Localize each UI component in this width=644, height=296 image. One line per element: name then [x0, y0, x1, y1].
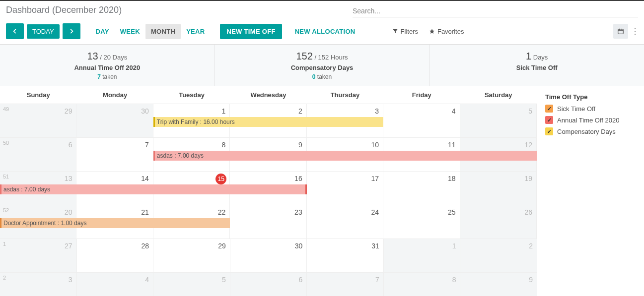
day-number: 4: [145, 276, 149, 284]
calendar-cell[interactable]: 29: [153, 239, 230, 272]
calendar-cell[interactable]: 9: [460, 273, 537, 296]
calendar-cell[interactable]: 28: [77, 239, 154, 272]
week-number: 51: [3, 174, 9, 179]
day-of-week-header: Sunday: [0, 86, 76, 104]
next-button[interactable]: [63, 23, 80, 39]
calendar: SundayMondayTuesdayWednesdayThursdayFrid…: [0, 86, 537, 296]
calendar-cell[interactable]: 29: [0, 104, 76, 137]
day-number: 16: [294, 175, 302, 182]
week-number: 50: [3, 140, 9, 146]
arrow-left-icon: [11, 28, 18, 35]
event-color-bar: [0, 218, 1, 228]
calendar-cell[interactable]: 19: [460, 172, 537, 205]
calendar-cell[interactable]: 30: [230, 239, 307, 272]
calendar-cell[interactable]: 8: [384, 273, 461, 296]
calendar-cell[interactable]: 18: [383, 172, 460, 205]
calendar-cell[interactable]: 6: [0, 138, 76, 171]
summary-annual[interactable]: 13 / 20 Days Annual Time Off 2020 7 take…: [0, 45, 215, 86]
day-of-week-header: Wednesday: [230, 86, 306, 104]
calendar-cell[interactable]: 26: [460, 205, 537, 238]
search-wrapper: [353, 5, 638, 17]
day-number: 23: [294, 208, 302, 216]
calendar-event[interactable]: asdas : 7.00 days: [153, 151, 537, 161]
calendar-cell[interactable]: 27: [0, 239, 77, 272]
legend-label: Sick Time Off: [557, 105, 595, 113]
day-number: 7: [375, 276, 379, 284]
checkbox-icon: ✓: [545, 116, 553, 124]
event-color-bar: [153, 151, 155, 161]
calendar-cell[interactable]: 25: [383, 205, 460, 238]
summary-rest: Days: [531, 54, 548, 61]
calendar-cell[interactable]: 5: [153, 273, 230, 296]
day-number: 31: [371, 242, 379, 250]
legend-item-annual[interactable]: ✓ Annual Time Off 2020: [545, 116, 639, 124]
arrow-right-icon: [68, 28, 75, 35]
today-button[interactable]: TODAY: [27, 24, 60, 39]
calendar-event[interactable]: Doctor Appointment : 1.00 days: [0, 218, 230, 228]
search-input[interactable]: [353, 7, 638, 15]
legend-item-sick[interactable]: ✓ Sick Time Off: [545, 105, 639, 113]
calendar-cell[interactable]: 30: [76, 104, 153, 137]
calendar-cell[interactable]: 3: [0, 273, 77, 296]
calendar-cell[interactable]: 7: [76, 138, 153, 171]
calendar-cell[interactable]: 2: [460, 239, 537, 272]
day-of-week-header: Thursday: [307, 86, 383, 104]
day-of-week-header: Friday: [383, 86, 460, 104]
day-number: 29: [218, 242, 226, 250]
view-day[interactable]: DAY: [90, 24, 115, 39]
summary-sick[interactable]: 1 Days Sick Time Off: [429, 45, 644, 86]
day-number: 30: [141, 107, 149, 115]
day-number: 5: [528, 107, 532, 115]
calendar-row: 1272829303112: [0, 239, 537, 273]
calendar-cell[interactable]: 7: [307, 273, 384, 296]
day-number: 14: [141, 175, 149, 182]
day-number: 2: [529, 242, 533, 250]
calendar-event[interactable]: Trip with Family : 16.00 hours: [153, 117, 383, 127]
legend-item-comp[interactable]: ✓ Compensatory Days: [545, 127, 639, 135]
view-month[interactable]: MONTH: [145, 24, 181, 39]
day-number: 20: [65, 208, 72, 216]
calendar-cell[interactable]: 4: [77, 273, 154, 296]
view-switch: DAY WEEK MONTH YEAR: [90, 24, 211, 39]
day-number: 3: [69, 276, 72, 284]
day-number: 12: [524, 141, 532, 149]
day-of-week-header: Tuesday: [153, 86, 230, 104]
day-number: 25: [448, 208, 456, 216]
week-number: 2: [3, 275, 6, 281]
filters-label: Filters: [401, 28, 418, 35]
week-number: 1: [3, 241, 6, 247]
day-number: 6: [69, 141, 72, 149]
summary-sub-val: 0: [312, 73, 316, 80]
calendar-cell[interactable]: 1: [384, 239, 461, 272]
calendar-cell[interactable]: 4: [383, 104, 460, 137]
new-allocation-button[interactable]: NEW ALLOCATION: [290, 24, 360, 39]
calendar-row: 49293012345Trip with Family : 16.00 hour…: [0, 104, 537, 138]
day-number: 26: [524, 208, 532, 216]
filters-button[interactable]: Filters: [392, 28, 418, 35]
view-year[interactable]: YEAR: [181, 24, 210, 39]
day-number: 4: [452, 107, 456, 115]
event-label: Trip with Family : 16.00 hours: [157, 118, 235, 125]
day-number: 29: [65, 107, 72, 115]
calendar-cell[interactable]: 17: [307, 172, 383, 205]
summary-title: Annual Time Off 2020: [4, 64, 211, 71]
calendar-cell[interactable]: 24: [307, 205, 383, 238]
prev-button[interactable]: [6, 23, 24, 39]
view-week[interactable]: WEEK: [115, 24, 145, 39]
day-number: 21: [141, 208, 149, 216]
day-number: 1: [452, 242, 456, 250]
summary-sub-rest: taken: [316, 73, 332, 80]
calendar-row: 506789101112asdas : 7.00 days: [0, 138, 537, 172]
calendar-event[interactable]: asdas : 7.00 days: [0, 184, 307, 194]
calendar-cell[interactable]: 23: [230, 205, 306, 238]
summary-comp[interactable]: 152 / 152 Hours Compensatory Days 0 take…: [215, 45, 430, 86]
day-number: 22: [218, 208, 226, 216]
calendar-view-button[interactable]: [613, 24, 628, 39]
new-timeoff-button[interactable]: NEW TIME OFF: [220, 24, 282, 39]
more-options[interactable]: ⋮: [631, 27, 638, 36]
calendar-cell[interactable]: 31: [307, 239, 384, 272]
calendar-cell[interactable]: 5: [460, 104, 537, 137]
favorites-button[interactable]: Favorites: [429, 28, 464, 35]
calendar-cell[interactable]: 6: [230, 273, 307, 296]
legend-title: Time Off Type: [545, 93, 639, 101]
